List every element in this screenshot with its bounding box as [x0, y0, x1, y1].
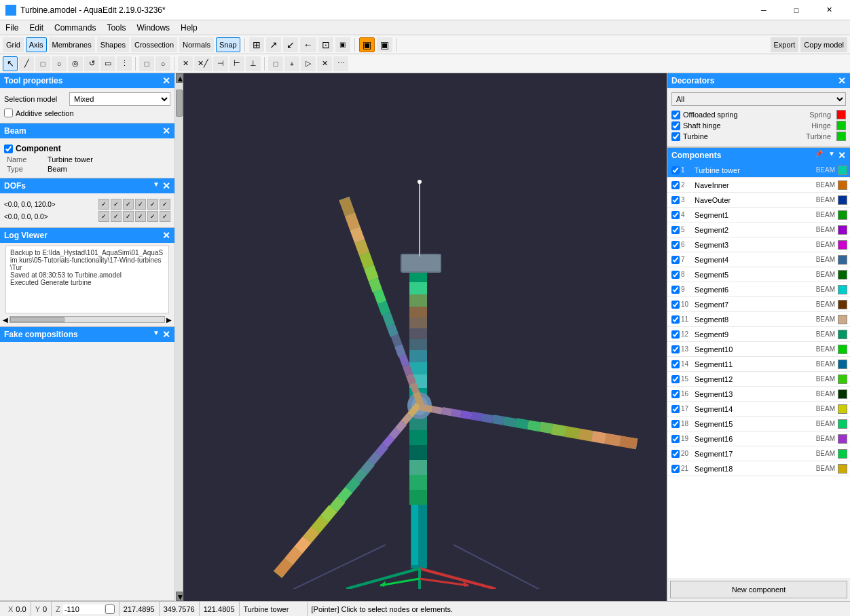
comp-row-14[interactable]: 14 Segment11 BEAM [667, 357, 850, 372]
comp-check-1[interactable] [670, 165, 681, 176]
new-component-button[interactable]: New component [670, 581, 847, 598]
decorator-turbine-check[interactable] [671, 132, 680, 141]
tb2-t8[interactable]: □ [139, 56, 154, 71]
tb2-t12[interactable]: ⊣ [213, 56, 228, 71]
dof-check1-3[interactable]: ✓ [123, 199, 134, 210]
log-scroll-right[interactable]: ▶ [166, 316, 172, 324]
menu-commands[interactable]: Commands [49, 22, 101, 34]
tb2-t14[interactable]: ⊥ [246, 56, 261, 71]
comp-row-15[interactable]: 15 Segment12 BEAM [667, 372, 850, 387]
tb-icon7[interactable]: ▣ [359, 37, 375, 52]
comp-checkbox-17[interactable] [671, 405, 680, 413]
scroll-thumb[interactable] [176, 90, 183, 117]
tb-membranes[interactable]: Membranes [49, 37, 95, 52]
components-arrow[interactable]: ▼ [828, 150, 835, 161]
comp-row-8[interactable]: 8 Segment5 BEAM [667, 267, 850, 282]
comp-row-4[interactable]: 4 Segment1 BEAM [667, 208, 850, 223]
tb-copy-model[interactable]: Copy model [800, 37, 847, 52]
comp-row-3[interactable]: 3 NaveOuter BEAM [667, 193, 850, 208]
tb-axis[interactable]: Axis [26, 37, 47, 52]
dof-check2-1[interactable]: ✓ [98, 211, 109, 222]
comp-checkbox-2[interactable] [671, 181, 680, 189]
comp-checkbox-6[interactable] [671, 241, 680, 249]
comp-checkbox-10[interactable] [671, 301, 680, 309]
menu-edit[interactable]: Edit [24, 22, 49, 34]
comp-row-11[interactable]: 11 Segment8 BEAM [667, 312, 850, 327]
comp-checkbox-11[interactable] [671, 315, 680, 324]
comp-checkbox-16[interactable] [671, 390, 680, 398]
tb2-t18[interactable]: ✕ [317, 56, 332, 71]
comp-row-9[interactable]: 9 Segment6 BEAM [667, 282, 850, 297]
comp-row-10[interactable]: 10 Segment7 BEAM [667, 297, 850, 312]
comp-checkbox-8[interactable] [671, 271, 680, 279]
log-scrollbar[interactable] [10, 316, 165, 323]
comp-checkbox-5[interactable] [671, 226, 680, 234]
comp-checkbox-21[interactable] [671, 465, 680, 473]
dof-check1-2[interactable]: ✓ [111, 199, 122, 210]
tb2-t7[interactable]: ⋮ [117, 56, 132, 71]
components-close[interactable]: ✕ [838, 150, 846, 161]
fake-comp-arrow[interactable]: ▼ [153, 329, 160, 340]
left-panel-scrollbar[interactable]: ▲ ▼ [174, 73, 183, 601]
maximize-button[interactable]: □ [781, 0, 812, 20]
comp-row-18[interactable]: 18 Segment15 BEAM [667, 417, 850, 431]
dof-check1-5[interactable]: ✓ [147, 199, 158, 210]
scroll-up-arrow[interactable]: ▲ [176, 73, 183, 83]
beam-close[interactable]: ✕ [162, 126, 170, 136]
menu-windows[interactable]: Windows [131, 22, 175, 34]
comp-checkbox-3[interactable] [671, 196, 680, 204]
tb-snap[interactable]: Snap [216, 37, 240, 52]
tb2-t10[interactable]: ✕ [178, 56, 193, 71]
dof-check2-5[interactable]: ✓ [147, 211, 158, 222]
comp-check-21[interactable] [670, 463, 681, 474]
tb2-t17[interactable]: ▷ [301, 56, 316, 71]
dof-check2-2[interactable]: ✓ [111, 211, 122, 222]
comp-row-16[interactable]: 16 Segment13 BEAM [667, 387, 850, 402]
comp-check-14[interactable] [670, 359, 681, 370]
scroll-down-arrow[interactable]: ▼ [176, 592, 183, 601]
tb-normals[interactable]: Normals [179, 37, 214, 52]
menu-file[interactable]: File [0, 22, 24, 34]
comp-checkbox-18[interactable] [671, 420, 680, 428]
tb-icon3[interactable]: ↙ [283, 37, 298, 52]
decorator-shaft-check[interactable] [671, 121, 680, 130]
tb2-t16[interactable]: + [284, 56, 299, 71]
comp-check-13[interactable] [670, 344, 681, 355]
comp-checkbox-1[interactable] [671, 166, 680, 174]
dof-check1-6[interactable]: ✓ [160, 199, 170, 210]
dofs-arrow[interactable]: ▼ [153, 180, 160, 191]
tb-grid[interactable]: Grid [3, 37, 24, 52]
comp-check-9[interactable] [670, 284, 681, 295]
components-pin[interactable]: 📌 [815, 150, 823, 161]
tb2-t1[interactable]: ╱ [19, 56, 34, 71]
tb2-t2[interactable]: □ [35, 56, 50, 71]
decorator-offloaded-check[interactable] [671, 111, 680, 119]
dof-check2-3[interactable]: ✓ [123, 211, 134, 222]
tb2-t11[interactable]: ✕╱ [194, 56, 212, 71]
tb-icon4[interactable]: ← [300, 37, 316, 52]
decorators-filter[interactable]: All [671, 92, 846, 106]
z-check[interactable] [105, 604, 115, 614]
comp-checkbox-14[interactable] [671, 360, 680, 368]
comp-check-17[interactable] [670, 404, 681, 415]
log-viewer-close[interactable]: ✕ [162, 230, 170, 241]
comp-checkbox-12[interactable] [671, 330, 680, 339]
tool-properties-close[interactable]: ✕ [162, 75, 170, 86]
comp-check-7[interactable] [670, 254, 681, 265]
comp-checkbox-20[interactable] [671, 450, 680, 458]
comp-row-1[interactable]: 1 Turbine tower BEAM [667, 163, 850, 178]
tb2-t4[interactable]: ◎ [68, 56, 83, 71]
comp-row-6[interactable]: 6 Segment3 BEAM [667, 237, 850, 252]
viewport[interactable] [183, 73, 667, 601]
comp-row-13[interactable]: 13 Segment10 BEAM [667, 342, 850, 357]
dof-check2-4[interactable]: ✓ [135, 211, 146, 222]
comp-row-5[interactable]: 5 Segment2 BEAM [667, 223, 850, 237]
tb-crossection[interactable]: Crossection [131, 37, 177, 52]
tb-icon6[interactable]: ▣ [335, 37, 350, 52]
comp-row-12[interactable]: 12 Segment9 BEAM [667, 327, 850, 342]
menu-help[interactable]: Help [175, 22, 203, 34]
comp-check-16[interactable] [670, 389, 681, 400]
comp-check-12[interactable] [670, 329, 681, 340]
tb-icon8[interactable]: ▣ [377, 37, 392, 52]
comp-check-19[interactable] [670, 434, 681, 444]
